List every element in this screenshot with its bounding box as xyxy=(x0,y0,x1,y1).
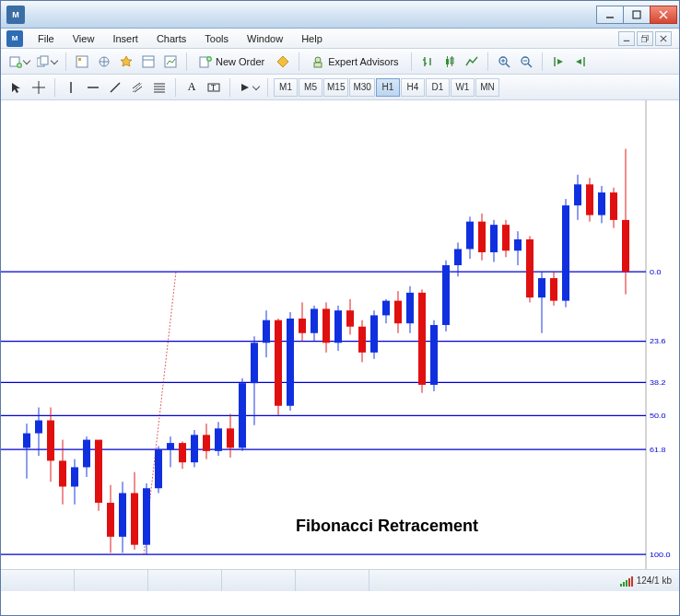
expert-advisors-button[interactable]: Expert Advisors xyxy=(305,52,404,72)
svg-rect-95 xyxy=(107,503,114,537)
svg-rect-181 xyxy=(622,220,629,272)
chart-area[interactable]: 0.023.638.250.061.8100.0 Fibonacci Retra… xyxy=(1,100,679,569)
fibonacci-button[interactable] xyxy=(149,77,170,98)
svg-line-44 xyxy=(528,64,532,67)
terminal-star-button[interactable] xyxy=(116,52,136,72)
menu-insert[interactable]: Insert xyxy=(103,30,147,47)
chart-shift-button[interactable] xyxy=(570,52,591,72)
svg-rect-139 xyxy=(370,315,378,352)
menu-help[interactable]: Help xyxy=(292,30,332,47)
menu-window[interactable]: Window xyxy=(238,30,292,47)
menubar: M File View Insert Charts Tools Window H… xyxy=(1,29,679,49)
zoom-in-button[interactable] xyxy=(494,52,514,72)
tf-m30[interactable]: M30 xyxy=(349,78,374,97)
trendline-button[interactable] xyxy=(105,77,125,98)
menu-file[interactable]: File xyxy=(29,30,64,47)
cursor-button[interactable] xyxy=(6,77,27,98)
svg-rect-107 xyxy=(179,443,186,462)
svg-text:0.0: 0.0 xyxy=(650,267,662,275)
tf-h4[interactable]: H4 xyxy=(401,78,425,97)
app-icon: M xyxy=(6,6,25,24)
svg-rect-113 xyxy=(215,428,222,451)
bar-chart-button[interactable] xyxy=(417,52,438,72)
svg-rect-133 xyxy=(334,310,342,343)
arrows-button[interactable] xyxy=(236,77,262,98)
svg-rect-16 xyxy=(78,58,81,61)
svg-line-40 xyxy=(506,64,510,67)
svg-rect-83 xyxy=(35,421,42,434)
svg-rect-151 xyxy=(442,265,450,325)
tf-m5[interactable]: M5 xyxy=(299,78,322,97)
svg-rect-137 xyxy=(358,327,366,353)
close-button[interactable] xyxy=(650,6,677,24)
svg-line-55 xyxy=(111,83,120,92)
svg-rect-115 xyxy=(227,428,234,447)
tf-mn[interactable]: MN xyxy=(475,78,499,97)
line-chart-button[interactable] xyxy=(462,52,482,72)
chart-annotation: Fibonacci Retracement xyxy=(296,517,478,536)
text-label-button[interactable]: T xyxy=(204,77,224,98)
svg-rect-167 xyxy=(538,278,545,297)
svg-rect-141 xyxy=(382,301,390,316)
mdi-close-button[interactable] xyxy=(655,31,672,46)
mdi-restore-button[interactable] xyxy=(637,31,653,46)
minimize-button[interactable] xyxy=(596,6,624,24)
tf-d1[interactable]: D1 xyxy=(426,78,450,97)
svg-rect-105 xyxy=(167,443,174,449)
candlestick-button[interactable] xyxy=(440,52,460,72)
zoom-out-button[interactable] xyxy=(516,52,536,72)
svg-rect-127 xyxy=(299,319,306,333)
svg-rect-149 xyxy=(430,325,438,385)
window-titlebar: M xyxy=(1,1,679,29)
connection-status: 124/1 kb xyxy=(613,575,679,587)
metaquotes-button[interactable] xyxy=(273,52,293,72)
profiles-button[interactable] xyxy=(34,52,60,72)
tf-m15[interactable]: M15 xyxy=(323,78,348,97)
svg-rect-125 xyxy=(287,319,294,406)
svg-rect-6 xyxy=(641,37,647,42)
channel-button[interactable] xyxy=(127,77,147,98)
new-order-button[interactable]: New Order xyxy=(193,52,271,72)
autoscroll-button[interactable] xyxy=(548,52,569,72)
svg-rect-179 xyxy=(610,192,617,220)
mdi-minimize-button[interactable] xyxy=(618,31,635,46)
svg-rect-155 xyxy=(466,222,474,250)
svg-rect-111 xyxy=(203,435,210,451)
svg-marker-47 xyxy=(557,59,563,64)
tf-h1[interactable]: H1 xyxy=(376,78,400,97)
toolbar-drawing: A T M1 M5 M15 M30 H1 H4 D1 W1 MN xyxy=(1,75,679,100)
svg-marker-20 xyxy=(121,56,132,66)
maximize-button[interactable] xyxy=(623,6,651,24)
data-window-button[interactable] xyxy=(138,52,158,72)
crosshair-button[interactable] xyxy=(29,77,49,98)
svg-marker-65 xyxy=(241,84,249,91)
tf-m1[interactable]: M1 xyxy=(274,78,298,97)
strategy-tester-button[interactable] xyxy=(160,52,181,72)
menu-tools[interactable]: Tools xyxy=(195,30,238,47)
svg-rect-103 xyxy=(155,449,162,488)
text-button[interactable]: A xyxy=(182,77,202,98)
market-watch-button[interactable] xyxy=(72,52,92,72)
svg-rect-121 xyxy=(263,320,270,343)
svg-rect-173 xyxy=(574,184,581,205)
svg-text:50.0: 50.0 xyxy=(650,411,666,419)
connection-text: 124/1 kb xyxy=(637,575,672,586)
svg-rect-153 xyxy=(454,249,462,265)
svg-line-56 xyxy=(133,83,140,88)
svg-text:23.6: 23.6 xyxy=(650,337,666,345)
connection-bars-icon xyxy=(620,575,633,587)
horizontal-line-button[interactable] xyxy=(83,77,103,98)
new-chart-button[interactable] xyxy=(6,52,32,72)
vertical-line-button[interactable] xyxy=(61,77,81,98)
navigator-button[interactable] xyxy=(94,52,114,72)
menu-charts[interactable]: Charts xyxy=(147,30,195,47)
expert-advisors-label: Expert Advisors xyxy=(328,56,398,67)
svg-rect-91 xyxy=(83,440,90,468)
svg-rect-129 xyxy=(311,308,318,332)
svg-rect-169 xyxy=(550,278,557,301)
menu-view[interactable]: View xyxy=(64,30,104,47)
tf-w1[interactable]: W1 xyxy=(451,78,475,97)
svg-rect-177 xyxy=(598,192,605,215)
svg-rect-117 xyxy=(239,383,246,447)
svg-rect-171 xyxy=(562,205,569,301)
